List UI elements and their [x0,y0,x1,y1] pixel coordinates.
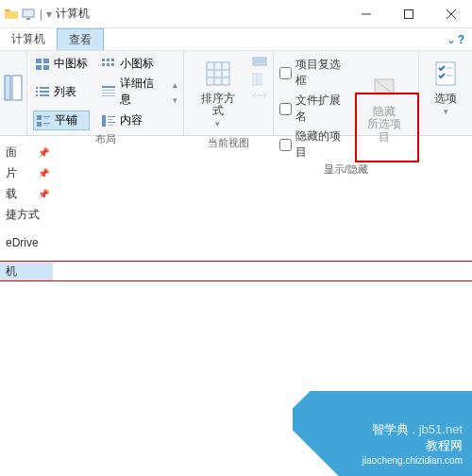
svg-rect-34 [102,115,106,127]
svg-rect-23 [40,94,49,96]
quick-access-toolbar: | ▾ [4,7,52,22]
hide-selected-icon [369,72,399,102]
svg-rect-30 [43,118,48,119]
add-columns-button[interactable] [252,73,267,86]
chevron-down-icon: ▾ [173,95,177,105]
size-columns-button[interactable] [252,89,267,102]
sidebar-item-label: 机 [6,264,17,280]
sidebar-item-label: 面 [6,144,17,161]
layout-details[interactable]: 详细信息 [99,75,165,109]
medium-icons-icon [35,58,50,71]
layout-label: 平铺 [55,112,77,128]
qat-dropdown-icon[interactable]: ▾ [46,8,52,21]
svg-rect-20 [36,91,38,93]
svg-rect-44 [253,58,266,60]
annotation-line [0,280,472,281]
sidebar-item[interactable]: 面📌 [0,142,53,162]
svg-rect-6 [5,76,10,100]
separator: | [38,8,44,21]
sort-label: 排序方式 [201,92,235,117]
group-panes [0,51,27,135]
check-file-ext[interactable]: 文件扩展名 [279,93,351,125]
sort-button[interactable]: 排序方式▾ [190,55,245,134]
options-icon [430,59,461,89]
panes-button[interactable] [2,55,25,120]
svg-rect-8 [36,59,42,63]
layout-tiles[interactable]: 平铺 [33,110,90,130]
layout-list[interactable]: 列表 [33,75,90,109]
sidebar-item-onedrive[interactable]: eDrive [0,232,53,253]
chevron-down-icon: ⌄ [447,33,456,46]
hide-label1: 隐藏 [373,105,396,118]
content-icon [101,114,116,128]
check-label: 项目复选框 [295,57,351,89]
chevron-down-icon: ▾ [215,119,220,128]
wm-text2: 教程网 [362,438,463,454]
check-item-checkboxes[interactable]: 项目复选框 [279,57,351,89]
layout-label: 详细信息 [120,76,163,108]
checkbox[interactable] [279,67,292,79]
layout-expand[interactable]: ▴ ▾ [171,80,177,105]
layout-content[interactable]: 内容 [99,110,165,130]
svg-rect-10 [36,65,42,70]
tab-computer[interactable]: 计算机 [0,28,57,50]
svg-rect-37 [108,122,115,123]
list-icon [35,85,50,98]
svg-rect-13 [107,59,110,61]
group-layout: 中图标 小图标 列表 详细信息 平铺 [27,51,184,135]
svg-rect-25 [102,90,115,91]
layout-small-icons[interactable]: 小图标 [99,55,165,73]
svg-rect-33 [43,125,48,126]
svg-rect-7 [12,76,22,100]
svg-rect-46 [253,74,257,85]
svg-rect-31 [37,122,42,127]
chevron-up-icon: ▴ [173,80,177,90]
sidebar-item[interactable]: 载📌 [0,183,53,204]
svg-rect-19 [40,87,49,89]
svg-rect-12 [102,59,105,61]
close-button[interactable] [430,0,472,28]
help-icon: ? [458,33,464,46]
svg-rect-15 [102,63,105,66]
pin-icon: 📌 [38,189,49,199]
sidebar-item-label: 捷方式 [6,207,40,223]
check-label: 文件扩展名 [295,93,351,125]
svg-rect-32 [43,123,50,124]
svg-rect-36 [108,119,113,120]
sidebar-item[interactable]: 捷方式 [0,204,53,225]
wm-text1: 智学典 [372,422,409,436]
sidebar-item-network[interactable] [0,289,53,310]
svg-rect-27 [102,95,115,96]
tab-view[interactable]: 查看 [57,28,104,50]
layout-medium-icons[interactable]: 中图标 [33,55,90,73]
group-current-view: 排序方式▾ 当前视图 [184,51,273,135]
layout-label: 内容 [120,112,143,128]
sort-icon [203,59,233,89]
help-dropdown[interactable]: ⌄ ? [447,28,472,50]
maximize-button[interactable] [387,0,430,28]
svg-rect-21 [40,91,49,93]
chevron-down-icon: ▾ [444,107,448,116]
svg-rect-11 [43,65,49,70]
sidebar: 面📌 片📌 载📌 捷方式 eDrive 机 [0,136,53,310]
details-icon [101,85,116,98]
svg-rect-39 [207,62,229,85]
options-button[interactable]: 选项▾ [425,55,466,121]
pin-icon: 📌 [38,147,49,158]
ribbon: 中图标 小图标 列表 详细信息 平铺 [0,51,472,136]
layout-label: 中图标 [54,56,88,72]
layout-label: 列表 [54,84,76,100]
svg-rect-14 [111,59,114,61]
group-label [11,122,14,133]
svg-rect-24 [102,86,115,88]
group-by-button[interactable] [252,57,267,70]
sidebar-item-label: 片 [6,165,17,181]
minimize-button[interactable] [345,0,387,28]
options-label: 选项 [434,92,457,105]
sidebar-item-computer[interactable]: 机 [0,261,53,281]
monitor-icon [21,7,36,22]
sidebar-item[interactable]: 片📌 [0,162,53,183]
watermark: 智学典 . jb51.net 教程网 jiaocheng.chizidian.c… [293,391,472,476]
group-show-hide: 项目复选框 文件扩展名 隐藏的项目 隐藏所选项目 显示/隐藏 [274,51,420,135]
checkbox[interactable] [279,103,292,115]
